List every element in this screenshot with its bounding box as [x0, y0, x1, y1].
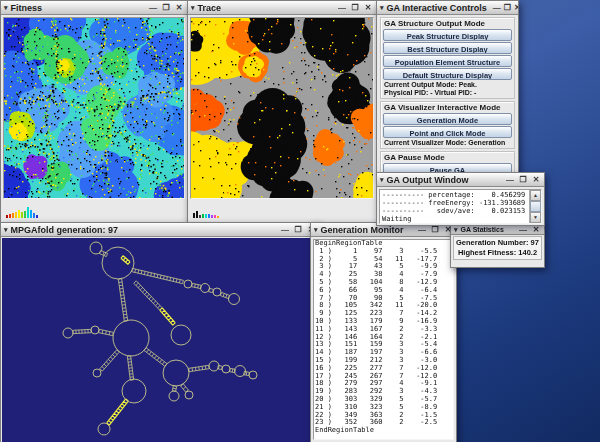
controls-window-title: GA Interactive Controls — [387, 3, 487, 13]
ga-interactive-controls-window: ▾ GA Interactive Controls — ❒ ✕ GA Struc… — [376, 0, 519, 176]
window-menu-icon[interactable]: ▾ — [380, 175, 384, 184]
monitor-window-title: Generation Monitor — [321, 225, 404, 235]
output-scrollbar[interactable]: ▲ ▼ — [529, 190, 541, 223]
minimize-button[interactable]: — — [337, 3, 347, 13]
scrollbar-track[interactable] — [530, 201, 541, 212]
close-button[interactable]: ✕ — [174, 3, 184, 13]
legend-bar — [208, 214, 210, 218]
legend-bar — [196, 211, 198, 218]
rna-secondary-structure — [2, 238, 318, 442]
default-structure-display-button[interactable]: Default Structure Display — [383, 68, 512, 80]
point-and-click-mode-button[interactable]: Point and Click Mode — [383, 126, 512, 138]
structure-output-mode-group: GA Structure Output Mode Peak Structure … — [380, 17, 515, 99]
maximize-button[interactable]: ❒ — [504, 3, 511, 13]
scroll-up-icon[interactable]: ▲ — [530, 190, 541, 201]
legend-bar — [36, 215, 38, 218]
close-button[interactable]: ✕ — [363, 3, 373, 13]
stats-titlebar[interactable]: ▾ GA Statistics — ✕ — [451, 225, 544, 235]
trace-heatmap — [191, 18, 373, 198]
trace-color-histogram — [193, 211, 219, 218]
minimize-button[interactable]: — — [280, 225, 290, 235]
generation-monitor-window: ▾ Generation Monitor — ❒ ✕ BeginRegionTa… — [310, 222, 457, 442]
region-table-area: BeginRegionTable 1 ) 1 97 3 -5.5 2 ) 5 5… — [313, 239, 454, 440]
generation-number-value: Generation Number: 97 — [454, 238, 541, 248]
controls-titlebar[interactable]: ▾ GA Interactive Controls — ❒ ✕ — [377, 1, 518, 15]
mpga-window-title: MPGAfold generation: 97 — [11, 225, 119, 235]
region-table-text: BeginRegionTable 1 ) 1 97 3 -5.5 2 ) 5 5… — [314, 240, 453, 435]
pid-status: Physical PID: - Virtual PID: - — [384, 89, 512, 97]
legend-bar — [18, 210, 20, 218]
maximize-button[interactable]: ❒ — [350, 3, 360, 13]
maximize-button[interactable]: ❒ — [430, 225, 440, 235]
group-label: GA Visualizer Interactive Mode — [384, 104, 512, 112]
output-text-area: ---------- percentage: 0.456299 --------… — [379, 189, 542, 224]
close-button[interactable]: ✕ — [531, 225, 541, 235]
ga-statistics-window: ▾ GA Statistics — ✕ Generation Number: 9… — [450, 224, 545, 268]
fitness-window-title: Fitness — [11, 3, 43, 13]
current-output-mode-status: Current Output Mode: Peak. — [384, 81, 512, 89]
legend-bar — [205, 214, 207, 218]
minimize-button[interactable]: — — [518, 225, 528, 235]
legend-bar — [217, 216, 219, 218]
fitness-map-frame — [3, 17, 185, 199]
legend-bar — [30, 210, 32, 218]
output-titlebar[interactable]: ▾ GA Output Window — ❒ ✕ — [377, 173, 544, 187]
maximize-button[interactable]: ❒ — [161, 3, 171, 13]
legend-bar — [33, 213, 35, 218]
legend-bar — [9, 214, 11, 218]
trace-titlebar[interactable]: ▾ Trace — ❒ ✕ — [188, 1, 376, 15]
window-menu-icon[interactable]: ▾ — [191, 3, 195, 12]
trace-map-frame — [190, 17, 374, 199]
legend-bar — [21, 212, 23, 218]
fitness-footer-strip — [3, 199, 185, 221]
output-log-text: ---------- percentage: 0.456299 --------… — [380, 190, 529, 223]
trace-footer-strip — [190, 199, 374, 221]
legend-bar — [199, 215, 201, 218]
ga-output-window: ▾ GA Output Window — ❒ ✕ ---------- perc… — [376, 172, 545, 226]
legend-bar — [211, 215, 213, 218]
fitness-titlebar[interactable]: ▾ Fitness — ❒ ✕ — [1, 1, 187, 15]
window-menu-icon[interactable]: ▾ — [4, 225, 8, 234]
trace-window: ▾ Trace — ❒ ✕ — [187, 0, 377, 223]
minimize-button[interactable]: — — [505, 175, 515, 185]
group-label: GA Structure Output Mode — [384, 20, 512, 28]
population-element-structure-display-button[interactable]: Population Element Structure Display — [383, 55, 512, 67]
peak-structure-display-button[interactable]: Peak Structure Display — [383, 29, 512, 41]
legend-bar — [12, 213, 14, 218]
minimize-button[interactable]: — — [148, 3, 158, 13]
maximize-button[interactable]: ❒ — [293, 225, 303, 235]
stats-window-title: GA Statistics — [461, 226, 504, 233]
mpga-titlebar[interactable]: ▾ MPGAfold generation: 97 — ❒ ✕ — [1, 223, 319, 237]
trace-window-title: Trace — [198, 3, 222, 13]
highest-fitness-value: Highest Fitness: 140.2 — [454, 248, 541, 258]
legend-bar — [27, 207, 29, 218]
minimize-button[interactable]: — — [493, 3, 501, 13]
current-visualizer-mode-status: Current Visualizer Mode: Generation — [384, 139, 512, 147]
close-button[interactable]: ✕ — [514, 3, 518, 13]
window-menu-icon[interactable]: ▾ — [380, 3, 384, 12]
legend-bar — [15, 212, 17, 218]
mpgafold-window: ▾ MPGAfold generation: 97 — ❒ ✕ — [0, 222, 320, 442]
best-structure-display-button[interactable]: Best Structure Display — [383, 42, 512, 54]
legend-bar — [6, 215, 8, 218]
desktop: ▾ Fitness — ❒ ✕ ▾ Trace — ❒ ✕ — [0, 0, 600, 442]
window-menu-icon[interactable]: ▾ — [314, 225, 318, 234]
fitness-heatmap — [4, 18, 184, 198]
rna-structure-canvas — [2, 238, 318, 442]
fitness-color-histogram — [6, 207, 38, 218]
maximize-button[interactable]: ❒ — [518, 175, 528, 185]
close-button[interactable]: ✕ — [531, 175, 541, 185]
legend-bar — [214, 215, 216, 218]
minimize-button[interactable]: — — [417, 225, 427, 235]
group-label: GA Pause Mode — [384, 154, 512, 162]
scrollbar-thumb[interactable] — [530, 201, 541, 212]
generation-mode-button[interactable]: Generation Mode — [383, 113, 512, 125]
legend-bar — [24, 211, 26, 218]
legend-bar — [202, 214, 204, 218]
window-menu-icon[interactable]: ▾ — [454, 225, 458, 234]
scroll-down-icon[interactable]: ▼ — [530, 212, 541, 223]
window-menu-icon[interactable]: ▾ — [4, 3, 8, 12]
legend-bar — [193, 213, 195, 218]
visualizer-interactive-mode-group: GA Visualizer Interactive Mode Generatio… — [380, 101, 515, 149]
output-window-title: GA Output Window — [387, 175, 469, 185]
